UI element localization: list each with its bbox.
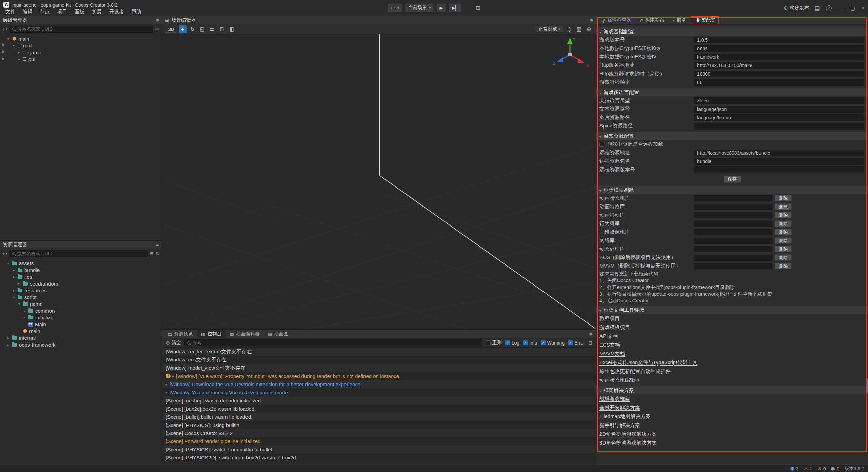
section-header-modules[interactable]: 框架模块剔除 bbox=[596, 186, 868, 194]
field-input[interactable]: language/json bbox=[694, 106, 864, 113]
clear-console-button[interactable]: 清空 bbox=[166, 340, 181, 346]
asset-node[interactable]: ▸ bundle bbox=[0, 267, 162, 273]
regex-checkbox[interactable] bbox=[486, 340, 491, 345]
delete-module-button[interactable]: 删除 bbox=[775, 254, 792, 261]
menu-item[interactable]: 扩展 bbox=[88, 8, 105, 16]
expand-arrow[interactable]: ▸ bbox=[13, 289, 18, 292]
module-path-input[interactable] bbox=[694, 263, 772, 269]
log-filter[interactable]: Error bbox=[568, 340, 585, 346]
console-line[interactable]: [Scene] [PHYSICS]: using builtin. bbox=[162, 421, 596, 429]
menu-item[interactable]: 帮助 bbox=[128, 8, 145, 16]
expand-arrow[interactable]: ▸ bbox=[18, 57, 23, 61]
move-tool[interactable]: + bbox=[179, 25, 187, 33]
menu-item[interactable]: 节点 bbox=[37, 8, 53, 16]
inspector-tab[interactable]: 框架配置 bbox=[691, 16, 719, 24]
asset-node[interactable]: ▾ assets bbox=[0, 260, 162, 267]
module-path-input[interactable] bbox=[694, 255, 772, 261]
expand-arrow[interactable]: ▸ bbox=[7, 336, 12, 340]
step-button[interactable]: ▶▏ bbox=[449, 3, 461, 12]
console-line[interactable]: [Window] Download the Vue Devtools exten… bbox=[162, 380, 596, 388]
solution-link[interactable]: 新手引导解决方案 bbox=[599, 422, 640, 429]
play-button[interactable]: ▶ bbox=[436, 3, 446, 12]
panel-menu-icon[interactable]: ≡ bbox=[589, 331, 592, 337]
preview-device-button[interactable]: ▭ ▾ bbox=[388, 3, 402, 12]
expand-arrow[interactable]: ▾ bbox=[13, 44, 18, 47]
warning-count[interactable]: ⚠ 1 bbox=[804, 466, 812, 471]
console-line[interactable]: [Scene] [PHYSICS]: switch from builtin t… bbox=[162, 445, 596, 453]
module-path-input[interactable] bbox=[694, 212, 772, 218]
inspector-tab[interactable]: 构建发布 bbox=[635, 16, 668, 24]
field-input[interactable]: framework bbox=[694, 54, 864, 60]
module-path-input[interactable] bbox=[694, 221, 772, 227]
filter-icon[interactable]: ≣ bbox=[150, 251, 154, 256]
console-line[interactable]: [Window] ecs文件夹不存在 bbox=[162, 356, 596, 364]
asset-node[interactable]: ▸ internal bbox=[0, 334, 162, 341]
hierarchy-node[interactable]: ▾ root bbox=[0, 42, 162, 49]
expand-caret-icon[interactable] bbox=[166, 382, 167, 386]
doc-link[interactable]: 教程项目 bbox=[599, 315, 620, 322]
rotate-tool[interactable]: ↻ bbox=[189, 25, 197, 33]
doc-link[interactable]: 动画状态机编辑器 bbox=[599, 377, 640, 383]
solution-link[interactable]: 全栈开发解决方案 bbox=[599, 405, 640, 411]
collapse-all-icon[interactable]: ⊟ bbox=[588, 340, 592, 346]
console-line[interactable]: [Window] render_texture文件夹不存在 bbox=[162, 348, 596, 356]
expand-arrow[interactable]: ▸ bbox=[13, 275, 18, 279]
doc-link[interactable]: MVVM文档 bbox=[599, 351, 625, 357]
doc-link[interactable]: ECS文档 bbox=[599, 342, 620, 348]
hierarchy-node[interactable]: ▸ gui bbox=[0, 56, 162, 62]
maximize-button[interactable]: ▢ bbox=[851, 5, 855, 11]
log-filter[interactable]: Log bbox=[505, 340, 519, 346]
log-filter[interactable]: Warning bbox=[541, 340, 565, 346]
pivot-toggle[interactable]: ⊞ bbox=[218, 25, 226, 33]
regex-toggle[interactable]: 正则 bbox=[486, 340, 502, 346]
filter-checkbox[interactable] bbox=[568, 340, 573, 345]
build-publish-button[interactable]: ⊕ 构建发布 bbox=[784, 5, 809, 11]
scene-settings-gear-icon[interactable]: ⊛ bbox=[585, 25, 593, 33]
asset-node[interactable]: ▸ resources bbox=[0, 287, 162, 294]
filter-checkbox[interactable] bbox=[523, 340, 528, 345]
panel-menu-icon[interactable]: ≡ bbox=[156, 242, 159, 248]
module-path-input[interactable] bbox=[694, 195, 772, 201]
doc-link[interactable]: 原生包热更新配置自动生成插件 bbox=[599, 368, 671, 375]
module-path-input[interactable] bbox=[694, 204, 772, 210]
section-header-basic[interactable]: 游戏基础配置 bbox=[596, 27, 868, 36]
delete-module-button[interactable]: 删除 bbox=[775, 195, 792, 201]
menu-item[interactable]: 项目 bbox=[54, 8, 71, 16]
delete-module-button[interactable]: 删除 bbox=[775, 203, 792, 210]
grid-toggle[interactable]: ▦ bbox=[575, 25, 583, 33]
menu-item[interactable]: 编辑 bbox=[19, 8, 36, 16]
field-input[interactable] bbox=[694, 166, 864, 173]
asset-node[interactable]: ▸ oops-framework bbox=[0, 341, 162, 348]
sort-icon[interactable]: ≔ bbox=[155, 26, 160, 32]
log-filter[interactable]: Info bbox=[523, 340, 537, 346]
scrollbar-thumb[interactable] bbox=[866, 378, 868, 394]
save-button[interactable]: 保存 bbox=[724, 176, 741, 183]
help-icon[interactable]: ? bbox=[826, 5, 832, 11]
lock-icon[interactable] bbox=[2, 44, 4, 46]
module-path-input[interactable] bbox=[694, 246, 772, 252]
doc-link[interactable]: API文档 bbox=[599, 333, 618, 339]
doc-link[interactable]: 游戏模板项目 bbox=[599, 324, 630, 331]
expand-caret-icon[interactable] bbox=[166, 391, 167, 394]
solution-link[interactable]: 3D角色扮演游戏解决方案 bbox=[599, 440, 657, 446]
hierarchy-search-input[interactable] bbox=[17, 26, 150, 32]
field-input[interactable]: zh,en bbox=[694, 97, 864, 104]
console-tab[interactable]: 动画编辑器 bbox=[226, 330, 264, 338]
expand-arrow[interactable]: ▸ bbox=[13, 268, 18, 272]
console-search-input[interactable] bbox=[192, 340, 480, 346]
section-header-language[interactable]: 游戏多语言配置 bbox=[596, 88, 868, 96]
asset-node[interactable]: Main bbox=[0, 321, 162, 328]
hierarchy-node[interactable]: ▾ main bbox=[0, 35, 162, 42]
rect-tool[interactable]: ▭ bbox=[208, 25, 216, 33]
section-header-resource[interactable]: 游戏资源配置 bbox=[596, 132, 868, 140]
expand-arrow[interactable]: ▸ bbox=[18, 282, 23, 286]
asset-node[interactable]: ▸ libs bbox=[0, 273, 162, 280]
section-header-solutions[interactable]: 框架解决方案 bbox=[596, 386, 868, 394]
remote-load-checkbox[interactable] bbox=[599, 142, 604, 147]
expand-arrow[interactable]: ▾ bbox=[7, 261, 12, 265]
delete-module-button[interactable]: 删除 bbox=[775, 212, 792, 218]
layout-grid-icon[interactable]: ⊞ bbox=[476, 5, 480, 11]
console-line[interactable]: [Scene] meshopt wasm decoder initialized bbox=[162, 396, 596, 405]
field-input[interactable]: language/texture bbox=[694, 114, 864, 121]
solution-link[interactable]: 2D角色扮演游戏解决方案 bbox=[599, 431, 657, 437]
